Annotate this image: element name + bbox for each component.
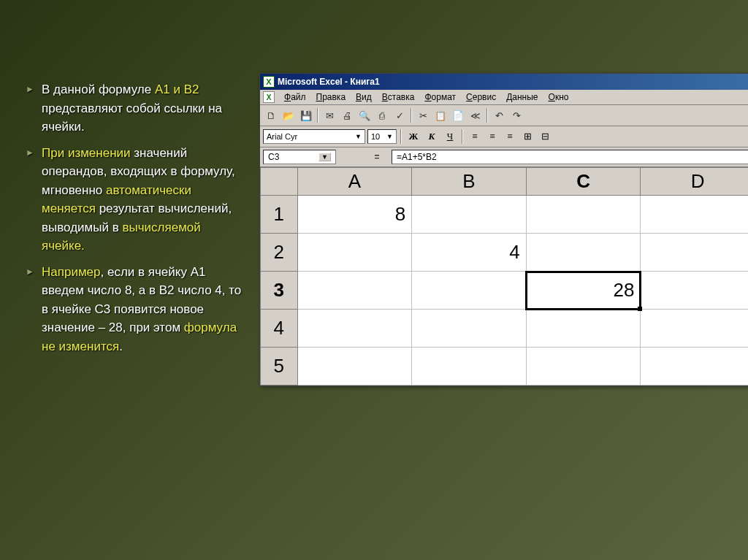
toolbar-button-10[interactable]: 📄	[450, 107, 466, 123]
menu-вид[interactable]: Вид	[351, 91, 377, 104]
cell-C2[interactable]	[526, 234, 641, 272]
excel-window: X Microsoft Excel - Книга1 X ФайлПравкаВ…	[259, 73, 748, 386]
cell-D1[interactable]	[641, 196, 748, 234]
separator	[462, 129, 463, 144]
chevron-down-icon: ▼	[318, 153, 331, 161]
bullet-2: При изменении значений операндов, входящ…	[26, 144, 245, 256]
underline-button[interactable]: Ч	[442, 129, 458, 145]
cell-A5[interactable]	[297, 348, 412, 386]
menubar: X ФайлПравкаВидВставкаФорматСервисДанные…	[260, 90, 748, 105]
separator	[411, 108, 412, 123]
toolbar-button-1[interactable]: 📂	[280, 107, 297, 123]
menu-правка[interactable]: Правка	[311, 91, 351, 104]
titlebar[interactable]: X Microsoft Excel - Книга1	[260, 74, 748, 90]
bold-button[interactable]: Ж	[405, 129, 421, 145]
menu-вставка[interactable]: Вставка	[377, 91, 420, 104]
cell-C1[interactable]	[526, 196, 641, 234]
align-button-3[interactable]: ⊞	[519, 129, 535, 145]
row-header-1[interactable]: 1	[261, 196, 298, 234]
separator	[486, 108, 488, 123]
slide-text-panel: В данной формуле A1 и B2 представляют со…	[0, 0, 259, 560]
cell-B1[interactable]	[412, 196, 527, 234]
align-button-2[interactable]: ≡	[502, 129, 518, 145]
standard-toolbar: 🗋📂💾✉🖨🔍⎙✓✂📋📄≪↶↷	[260, 105, 748, 126]
cell-D5[interactable]	[641, 348, 748, 386]
cell-D4[interactable]	[641, 310, 748, 348]
separator	[400, 129, 402, 144]
cell-D3[interactable]	[641, 272, 748, 310]
cell-C4[interactable]	[526, 310, 641, 348]
formula-bar: C3 ▼ = =A1+5*B2	[260, 147, 748, 167]
toolbar-button-2[interactable]: 💾	[298, 107, 314, 123]
cell-A3[interactable]	[297, 272, 412, 310]
chevron-down-icon: ▼	[351, 133, 362, 140]
cell-A4[interactable]	[297, 310, 412, 348]
toolbar-button-4[interactable]: 🖨	[339, 107, 355, 123]
cell-B4[interactable]	[412, 310, 527, 348]
font-name-combo[interactable]: Arial Cyr▼	[263, 129, 365, 144]
cell-B3[interactable]	[412, 272, 527, 310]
row-header-4[interactable]: 4	[261, 310, 298, 348]
formatting-toolbar: Arial Cyr▼ 10▼ Ж К Ч ≡≡≡⊞⊟	[260, 126, 748, 147]
cell-C5[interactable]	[526, 348, 641, 386]
formula-input[interactable]: =A1+5*B2	[392, 150, 748, 164]
row-header-2[interactable]: 2	[261, 234, 298, 272]
menu-сервис[interactable]: Сервис	[461, 91, 501, 104]
toolbar-button-9[interactable]: 📋	[432, 107, 449, 123]
name-box[interactable]: C3 ▼	[263, 150, 336, 164]
column-header-A[interactable]: A	[297, 168, 412, 196]
chevron-down-icon: ▼	[382, 133, 393, 140]
window-title: Microsoft Excel - Книга1	[278, 77, 380, 87]
select-all-corner[interactable]	[261, 168, 298, 196]
align-button-4[interactable]: ⊟	[537, 129, 553, 145]
excel-app-icon: X	[263, 76, 275, 88]
column-header-B[interactable]: B	[412, 168, 527, 196]
menu-данные[interactable]: Данные	[501, 91, 543, 104]
bullet-1: В данной формуле A1 и B2 представляют со…	[26, 80, 245, 137]
toolbar-button-8[interactable]: ✂	[415, 107, 431, 123]
cell-C3[interactable]: 28	[526, 272, 641, 310]
toolbar-button-12[interactable]: ↶	[491, 107, 507, 123]
cell-B5[interactable]	[412, 348, 527, 386]
font-size-combo[interactable]: 10▼	[367, 129, 397, 144]
separator	[317, 108, 318, 123]
bullet-3: Например, если в ячейку A1 введем число …	[26, 263, 245, 356]
cell-D2[interactable]	[641, 234, 748, 272]
toolbar-button-6[interactable]: ⎙	[374, 107, 390, 123]
toolbar-button-5[interactable]: 🔍	[356, 107, 373, 123]
excel-doc-icon: X	[263, 91, 275, 103]
cell-A1[interactable]: 8	[297, 196, 412, 234]
toolbar-button-11[interactable]: ≪	[468, 107, 484, 123]
row-header-5[interactable]: 5	[261, 348, 298, 386]
row-header-3[interactable]: 3	[261, 272, 298, 310]
cell-A2[interactable]	[297, 234, 412, 272]
menu-файл[interactable]: Файл	[279, 91, 311, 104]
cell-B2[interactable]: 4	[412, 234, 527, 272]
toolbar-button-13[interactable]: ↷	[508, 107, 524, 123]
spreadsheet-grid: ABCD182432845	[260, 167, 748, 386]
menu-формат[interactable]: Формат	[419, 91, 461, 104]
italic-button[interactable]: К	[424, 129, 440, 145]
align-button-0[interactable]: ≡	[467, 129, 483, 145]
equals-button[interactable]: =	[368, 150, 386, 164]
toolbar-button-0[interactable]: 🗋	[263, 107, 279, 123]
menu-окно[interactable]: Окно	[543, 91, 574, 104]
toolbar-button-3[interactable]: ✉	[321, 107, 337, 123]
align-button-1[interactable]: ≡	[484, 129, 500, 145]
column-header-D[interactable]: D	[641, 168, 748, 196]
toolbar-button-7[interactable]: ✓	[392, 107, 408, 123]
column-header-C[interactable]: C	[526, 168, 641, 196]
